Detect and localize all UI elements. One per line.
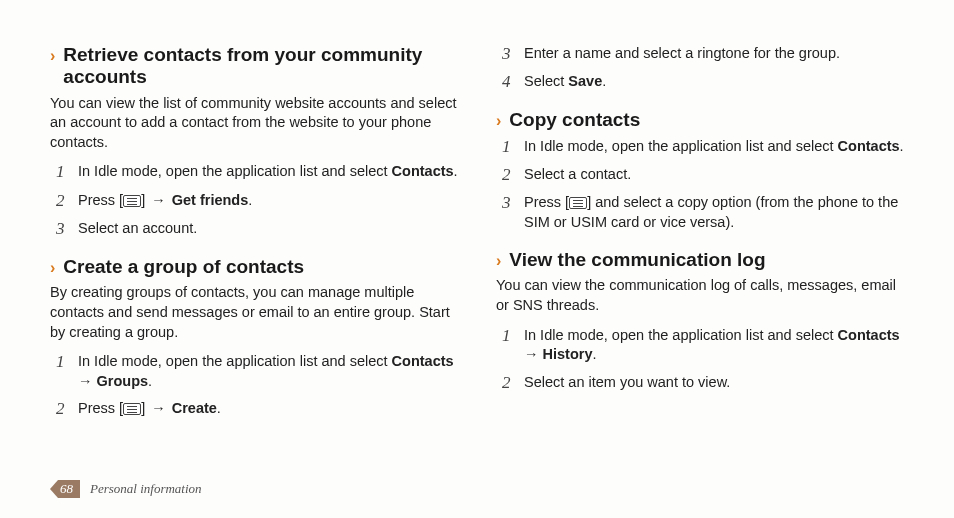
chevron-icon: › (496, 251, 501, 270)
step-text: Press [] → Create. (78, 399, 458, 419)
section-log-intro: You can view the communication log of ca… (496, 276, 904, 315)
list-item: 3 Enter a name and select a ringtone for… (496, 44, 904, 64)
step-number: 3 (56, 219, 68, 239)
step-text: In Idle mode, open the application list … (78, 162, 458, 182)
list-item: 3 Select an account. (50, 219, 458, 239)
section-create-title-row: › Create a group of contacts (50, 256, 458, 278)
section-copy-title: Copy contacts (509, 109, 640, 131)
step-text: Select an item you want to view. (524, 373, 904, 393)
step-number: 3 (502, 44, 514, 64)
section-copy-title-row: › Copy contacts (496, 109, 904, 131)
list-item: 1 In Idle mode, open the application lis… (50, 162, 458, 182)
step-text: Press [] and select a copy option (from … (524, 193, 904, 232)
list-item: 1 In Idle mode, open the application lis… (50, 352, 458, 391)
step-number: 1 (56, 162, 68, 182)
step-number: 1 (56, 352, 68, 372)
step-number: 1 (502, 137, 514, 157)
page-number: 68 (50, 480, 80, 498)
menu-icon (123, 195, 141, 207)
section-retrieve-title-row: › Retrieve contacts from your community … (50, 44, 458, 88)
section-log-steps: 1 In Idle mode, open the application lis… (496, 326, 904, 394)
step-text: In Idle mode, open the application list … (524, 326, 904, 365)
section-retrieve-title: Retrieve contacts from your community ac… (63, 44, 458, 88)
section-log-title-row: › View the communication log (496, 249, 904, 271)
chevron-icon: › (496, 111, 501, 130)
footer-section-label: Personal information (90, 481, 202, 497)
step-number: 2 (56, 191, 68, 211)
section-log-title: View the communication log (509, 249, 765, 271)
menu-icon (123, 403, 141, 415)
section-retrieve-steps: 1 In Idle mode, open the application lis… (50, 162, 458, 239)
step-number: 2 (502, 373, 514, 393)
step-text: Select a contact. (524, 165, 904, 185)
section-create-intro: By creating groups of contacts, you can … (50, 283, 458, 342)
step-text: Enter a name and select a ringtone for t… (524, 44, 904, 64)
list-item: 1 In Idle mode, open the application lis… (496, 137, 904, 157)
step-number: 2 (502, 165, 514, 185)
section-create-steps: 1 In Idle mode, open the application lis… (50, 352, 458, 420)
page-footer: 68 Personal information (50, 480, 202, 498)
list-item: 2 Press [] → Get friends. (50, 191, 458, 211)
section-create-steps-cont: 3 Enter a name and select a ringtone for… (496, 44, 904, 93)
step-text: In Idle mode, open the application list … (524, 137, 904, 157)
chevron-icon: › (50, 258, 55, 277)
step-number: 4 (502, 72, 514, 92)
step-text: In Idle mode, open the application list … (78, 352, 458, 391)
list-item: 2 Select an item you want to view. (496, 373, 904, 393)
step-number: 2 (56, 399, 68, 419)
list-item: 4 Select Save. (496, 72, 904, 92)
section-create-title: Create a group of contacts (63, 256, 304, 278)
left-column: › Retrieve contacts from your community … (50, 44, 458, 428)
chevron-icon: › (50, 46, 55, 65)
step-text: Press [] → Get friends. (78, 191, 458, 211)
page-columns: › Retrieve contacts from your community … (50, 44, 904, 428)
step-text: Select Save. (524, 72, 904, 92)
menu-icon (569, 197, 587, 209)
list-item: 3 Press [] and select a copy option (fro… (496, 193, 904, 232)
section-copy-steps: 1 In Idle mode, open the application lis… (496, 137, 904, 233)
step-text: Select an account. (78, 219, 458, 239)
step-number: 3 (502, 193, 514, 213)
list-item: 1 In Idle mode, open the application lis… (496, 326, 904, 365)
list-item: 2 Press [] → Create. (50, 399, 458, 419)
list-item: 2 Select a contact. (496, 165, 904, 185)
step-number: 1 (502, 326, 514, 346)
right-column: 3 Enter a name and select a ringtone for… (496, 44, 904, 428)
section-retrieve-intro: You can view the list of community websi… (50, 94, 458, 153)
